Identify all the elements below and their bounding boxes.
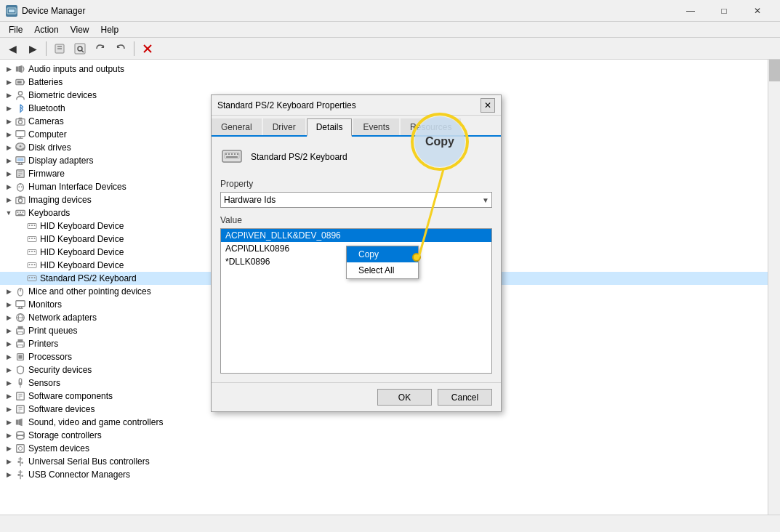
value-label: Value — [220, 215, 492, 225]
device-header: Standard PS/2 Keyboard — [220, 145, 492, 169]
app-window: Device Manager — □ ✕ File Action View He… — [0, 0, 780, 532]
context-menu-copy[interactable]: Copy — [347, 246, 418, 262]
tab-details[interactable]: Details — [307, 118, 353, 137]
dialog-title: Standard PS/2 Keyboard Properties — [217, 100, 481, 110]
ok-button[interactable]: OK — [377, 389, 432, 406]
dialog-footer: OK Cancel — [212, 382, 501, 411]
svg-rect-119 — [226, 156, 238, 158]
dialog-title-bar: Standard PS/2 Keyboard Properties ✕ — [212, 95, 501, 116]
property-label: Property — [220, 179, 492, 189]
tab-general[interactable]: General — [212, 118, 262, 135]
cancel-button[interactable]: Cancel — [438, 389, 492, 406]
svg-rect-117 — [234, 153, 236, 155]
svg-rect-115 — [228, 153, 230, 155]
modal-overlay: Standard PS/2 Keyboard Properties ✕ Gene… — [0, 0, 780, 532]
context-menu-select-all[interactable]: Select All — [347, 262, 418, 278]
svg-rect-116 — [231, 153, 233, 155]
svg-rect-114 — [225, 153, 227, 155]
tab-driver[interactable]: Driver — [263, 118, 305, 135]
dialog-close-button[interactable]: ✕ — [481, 98, 495, 113]
context-menu: Copy Select All — [346, 246, 419, 279]
value-item-0[interactable]: ACPI\VEN_DLLK&DEV_0896 — [221, 229, 491, 242]
device-name: Standard PS/2 Keyboard — [251, 152, 347, 162]
tab-events[interactable]: Events — [353, 118, 399, 135]
property-dropdown-wrapper: Hardware Ids Compatible Ids Service Clas… — [220, 192, 492, 208]
device-icon — [220, 145, 244, 169]
property-dropdown[interactable]: Hardware Ids Compatible Ids Service Clas… — [220, 192, 492, 208]
tab-resources[interactable]: Resources — [401, 118, 461, 135]
dialog-tabs: General Driver Details Events Resources — [212, 116, 501, 137]
svg-rect-118 — [237, 153, 238, 155]
